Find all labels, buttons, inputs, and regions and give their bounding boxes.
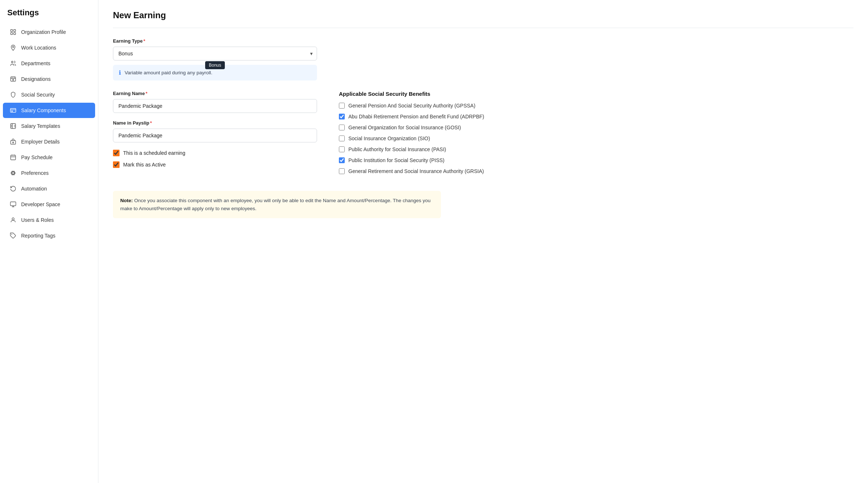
- svg-rect-1: [14, 30, 16, 31]
- users-roles-icon: [9, 216, 17, 224]
- social-item-pasi: Public Authority for Social Insurance (P…: [339, 146, 853, 152]
- svg-rect-2: [11, 33, 12, 35]
- social-checkbox-sio[interactable]: [339, 136, 345, 141]
- sidebar-item-employer-details[interactable]: Employer Details: [3, 134, 95, 149]
- earning-type-select[interactable]: Bonus Commission Allowance: [113, 47, 317, 60]
- svg-point-12: [13, 142, 14, 143]
- sidebar-title: Settings: [0, 0, 98, 24]
- scheduled-earning-checkbox-row: This is a scheduled earning: [113, 150, 317, 156]
- form-right: Applicable Social Security Benefits Gene…: [339, 91, 853, 179]
- reporting-tags-icon: [9, 232, 17, 239]
- sidebar-item-pay-schedule[interactable]: Pay Schedule: [3, 150, 95, 165]
- sidebar-item-label-preferences: Preferences: [21, 170, 48, 176]
- designations-icon: [9, 75, 17, 83]
- svg-point-18: [12, 218, 14, 220]
- svg-point-4: [12, 46, 14, 48]
- social-label-adrpbf: Abu Dhabi Retirement Pension and Benefit…: [348, 114, 484, 119]
- sidebar-item-label-reporting-tags: Reporting Tags: [21, 233, 55, 239]
- svg-point-7: [13, 79, 14, 80]
- info-icon: ℹ: [119, 69, 121, 76]
- employer-details-icon: [9, 138, 17, 145]
- departments-icon: [9, 60, 17, 67]
- preferences-icon: [9, 169, 17, 177]
- sidebar-item-organization-profile[interactable]: Organization Profile: [3, 24, 95, 40]
- social-item-adrpbf: Abu Dhabi Retirement Pension and Benefit…: [339, 114, 853, 119]
- scheduled-earning-checkbox[interactable]: [113, 150, 120, 156]
- social-label-gpssa: General Pension And Social Security Auth…: [348, 103, 476, 109]
- form-row: Earning Name* Name in Payslip* This is a…: [113, 91, 853, 179]
- earning-type-select-wrapper: Bonus Commission Allowance ▾ Bonus: [113, 47, 317, 60]
- sidebar-item-label-departments: Departments: [21, 60, 50, 66]
- earning-name-field: Earning Name*: [113, 91, 317, 113]
- sidebar-item-label-salary-components: Salary Components: [21, 107, 66, 113]
- automation-icon: [9, 185, 17, 192]
- pay-schedule-icon: [9, 154, 17, 161]
- svg-point-5: [12, 61, 13, 63]
- social-label-piss: Public Institution for Social Security (…: [348, 157, 445, 163]
- social-items-container: General Pension And Social Security Auth…: [339, 103, 853, 174]
- svg-rect-0: [11, 30, 12, 31]
- social-checkbox-gpssa[interactable]: [339, 103, 345, 109]
- page-title: New Earning: [113, 10, 853, 20]
- organization-profile-icon: [9, 28, 17, 36]
- sidebar-item-salary-components[interactable]: Salary Components: [3, 103, 95, 118]
- name-in-payslip-input[interactable]: [113, 129, 317, 142]
- sidebar-item-salary-templates[interactable]: Salary Templates: [3, 118, 95, 134]
- social-item-gpssa: General Pension And Social Security Auth…: [339, 103, 853, 109]
- social-checkbox-grsia[interactable]: [339, 168, 345, 174]
- sidebar-item-designations[interactable]: Designations: [3, 71, 95, 87]
- sidebar-item-social-security[interactable]: Social Security: [3, 87, 95, 102]
- svg-rect-8: [11, 109, 16, 113]
- svg-rect-17: [11, 202, 16, 206]
- sidebar-item-label-automation: Automation: [21, 186, 47, 192]
- sidebar: Settings Organization Profile Work Locat…: [0, 0, 98, 483]
- svg-point-9: [12, 111, 12, 111]
- social-item-grsia: General Retirement and Social Insurance …: [339, 168, 853, 174]
- name-in-payslip-field: Name in Payslip*: [113, 120, 317, 142]
- work-locations-icon: [9, 44, 17, 51]
- note-box: Note: Once you associate this component …: [113, 191, 441, 218]
- social-label-pasi: Public Authority for Social Insurance (P…: [348, 146, 446, 152]
- note-text: Once you associate this component with a…: [120, 198, 431, 211]
- bonus-tooltip: Bonus: [205, 61, 225, 69]
- social-label-gosi: General Organization for Social Insuranc…: [348, 125, 461, 130]
- social-checkbox-piss[interactable]: [339, 157, 345, 163]
- salary-components-icon: [9, 107, 17, 114]
- social-security-title: Applicable Social Security Benefits: [339, 91, 853, 97]
- social-checkbox-adrpbf[interactable]: [339, 114, 345, 119]
- svg-rect-10: [11, 123, 16, 129]
- earning-name-label: Earning Name*: [113, 91, 317, 96]
- sidebar-item-label-employer-details: Employer Details: [21, 139, 60, 145]
- main-content: New Earning Earning Type* Bonus Commissi…: [98, 0, 868, 483]
- form-left: Earning Name* Name in Payslip* This is a…: [113, 91, 317, 173]
- sidebar-item-label-work-locations: Work Locations: [21, 45, 56, 51]
- sidebar-item-departments[interactable]: Departments: [3, 56, 95, 71]
- sidebar-item-automation[interactable]: Automation: [3, 181, 95, 196]
- social-checkbox-pasi[interactable]: [339, 146, 345, 152]
- title-divider: [113, 28, 853, 28]
- note-label: Note:: [120, 198, 134, 203]
- sidebar-item-label-social-security: Social Security: [21, 92, 55, 98]
- sidebar-item-reporting-tags[interactable]: Reporting Tags: [3, 228, 95, 243]
- sidebar-item-preferences[interactable]: Preferences: [3, 165, 95, 181]
- social-security-icon: [9, 91, 17, 98]
- svg-point-19: [11, 234, 12, 235]
- earning-name-input[interactable]: [113, 99, 317, 113]
- sidebar-item-label-organization-profile: Organization Profile: [21, 29, 66, 35]
- social-item-piss: Public Institution for Social Security (…: [339, 157, 853, 163]
- social-item-sio: Social Insurance Organization (SIO): [339, 136, 853, 141]
- salary-templates-icon: [9, 122, 17, 130]
- svg-rect-11: [11, 141, 16, 144]
- social-label-grsia: General Retirement and Social Insurance …: [348, 168, 484, 174]
- sidebar-item-label-designations: Designations: [21, 76, 51, 82]
- sidebar-item-users-roles[interactable]: Users & Roles: [3, 212, 95, 228]
- sidebar-item-developer-space[interactable]: Developer Space: [3, 197, 95, 212]
- svg-rect-3: [14, 33, 16, 35]
- mark-active-label: Mark this as Active: [123, 162, 166, 168]
- sidebar-item-label-developer-space: Developer Space: [21, 201, 60, 207]
- mark-active-checkbox[interactable]: [113, 161, 120, 168]
- earning-type-label: Earning Type*: [113, 38, 853, 44]
- social-item-gosi: General Organization for Social Insuranc…: [339, 125, 853, 130]
- social-checkbox-gosi[interactable]: [339, 125, 345, 130]
- sidebar-item-work-locations[interactable]: Work Locations: [3, 40, 95, 55]
